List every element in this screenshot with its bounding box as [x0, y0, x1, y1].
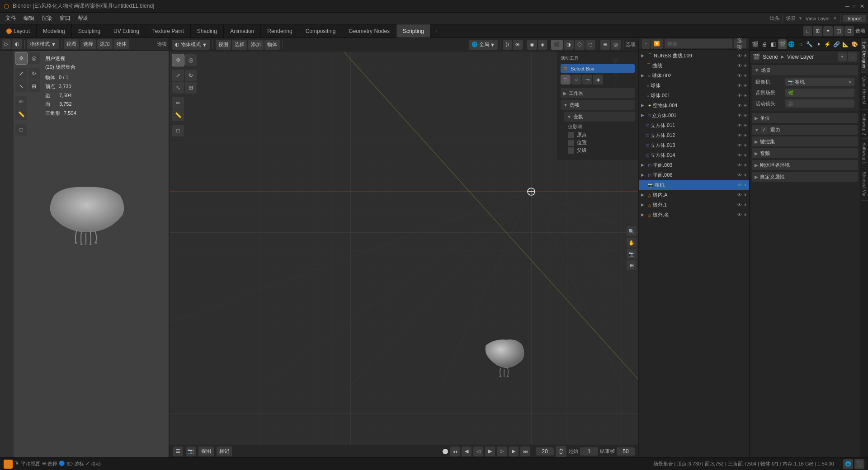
left-vp-add[interactable]: 添加: [97, 39, 113, 49]
menu-file[interactable]: 文件: [2, 14, 20, 23]
props-object-icon[interactable]: □: [796, 39, 805, 49]
props-output-icon[interactable]: 🖨: [760, 39, 769, 49]
left-vp-mode[interactable]: ◐: [12, 39, 22, 49]
scene-header-add[interactable]: +: [838, 52, 847, 61]
vp-toggle2[interactable]: 👁: [513, 40, 523, 50]
vp-snap[interactable]: ⊕: [600, 40, 610, 50]
maximize-button[interactable]: □: [853, 3, 856, 9]
vp-material[interactable]: ◑: [564, 40, 574, 50]
tab-geometry-nodes[interactable]: Geometry Nodes: [342, 24, 396, 38]
vp-overlay[interactable]: ◉: [527, 40, 537, 50]
vp-render[interactable]: ⬡: [575, 40, 585, 50]
tab-modeling[interactable]: Modeling: [37, 24, 72, 38]
transform-header[interactable]: ▼ 变换: [564, 112, 635, 122]
select-lasso-mode[interactable]: ⊸: [582, 75, 592, 85]
far-right-tab-eyedesigner[interactable]: Eye Designer: [861, 38, 868, 73]
vp-add-menu[interactable]: 添加: [248, 40, 264, 50]
outliner-item-seam-a[interactable]: ▶ △ 缝内.A 👁☀: [639, 190, 749, 200]
header-tool1[interactable]: □: [803, 26, 812, 36]
menu-render[interactable]: 渲染: [38, 14, 56, 23]
props-world-icon[interactable]: 🌐: [787, 39, 796, 49]
vp-object-menu[interactable]: 物体: [264, 40, 280, 50]
props-render-icon[interactable]: 🎬: [751, 39, 760, 49]
tl-markers[interactable]: 标记: [217, 446, 232, 456]
tl-prev-frame[interactable]: ◀: [462, 446, 472, 456]
header-tool3[interactable]: ✦: [823, 26, 833, 36]
props-material-icon[interactable]: 🎨: [850, 39, 859, 49]
left-tool-scale[interactable]: ⤡: [15, 80, 27, 92]
far-right-tab-softwrap1[interactable]: Softwrap 1: [861, 139, 868, 168]
vp-solid[interactable]: ⬛: [551, 40, 563, 50]
left-vp-select[interactable]: 选择: [80, 39, 96, 49]
select-box-mode[interactable]: □: [561, 75, 571, 85]
props-modifier-icon[interactable]: 🔧: [805, 39, 814, 49]
outliner-item-sphere001[interactable]: ○ 球体.001 👁☀: [639, 90, 749, 100]
props-constraints-icon[interactable]: 🔗: [832, 39, 841, 49]
tab-sculpting[interactable]: Sculpting: [72, 24, 107, 38]
location-checkbox[interactable]: [568, 140, 574, 146]
header-tool5[interactable]: ⊟: [844, 26, 854, 36]
gravity-header[interactable]: ▼ ✓ 重力: [752, 125, 858, 135]
outliner-item-plane003[interactable]: ▶ ◻ 平面.003 👁☀: [639, 160, 749, 170]
tl-next-keyframe[interactable]: ▷: [497, 446, 507, 456]
tl-camera[interactable]: 📷: [186, 446, 196, 456]
statusbar-blender-icon[interactable]: ⬡: [4, 460, 13, 469]
gravity-checkbox[interactable]: ✓: [761, 127, 767, 133]
header-tool4[interactable]: ◫: [834, 26, 844, 36]
tab-scripting[interactable]: Scripting: [396, 24, 431, 38]
vp-render2[interactable]: ◌: [585, 40, 595, 50]
tab-compositing[interactable]: Compositing: [299, 24, 343, 38]
units-header[interactable]: ▶ 单位: [752, 113, 858, 123]
left-vp-select-mode[interactable]: ▷: [2, 39, 11, 49]
import-button[interactable]: Import: [843, 15, 866, 22]
left-vp-object[interactable]: 物体: [114, 39, 129, 49]
tl-skip-start[interactable]: ⏮: [450, 446, 460, 456]
outliner-item-cube012[interactable]: □ 立方体.012 👁☀: [639, 130, 749, 140]
vp-global[interactable]: 🌐 全局 ▼: [469, 40, 498, 50]
menu-help[interactable]: 帮助: [74, 14, 92, 23]
view-layer-label[interactable]: View Layer: [787, 54, 814, 60]
outliner-item-cube001[interactable]: ▶ □ 立方体.001 👁☀: [639, 110, 749, 120]
tl-skip-end[interactable]: ⏭: [520, 446, 530, 456]
vp-select-menu[interactable]: 选择: [232, 40, 247, 50]
custom-props-header[interactable]: ▶ 自定义属性: [752, 172, 858, 182]
rigid-body-header[interactable]: ▶ 刚体世界环境: [752, 160, 858, 170]
tab-animation[interactable]: Animation: [224, 24, 261, 38]
outliner-item-seam-1[interactable]: ▶ △ 缝外.1 👁☀: [639, 200, 749, 210]
props-scene-icon[interactable]: 🎬: [778, 39, 787, 49]
scene-header-remove[interactable]: -: [848, 52, 857, 61]
outliner-item-nurbs[interactable]: ▶ ⌒ NURBS 曲线.009 👁☀: [639, 51, 749, 61]
audio-header[interactable]: ▶ 音频: [752, 148, 858, 158]
vp-grid[interactable]: ⊞: [627, 260, 637, 270]
keying-header[interactable]: ▶ 键控集: [752, 136, 858, 146]
vp-tool-transform[interactable]: ⊞: [185, 82, 197, 94]
left-tool-rotate[interactable]: ↻: [28, 68, 40, 80]
menu-window[interactable]: 窗口: [56, 14, 74, 23]
vp-tool-cursor[interactable]: ◎: [185, 54, 197, 66]
vp-xray[interactable]: ◈: [538, 40, 547, 50]
left-viewport[interactable]: ✥ ◎ ⤢ ↻ ⤡ ⊞ ✏ 📏 □ 用户透视: [14, 51, 169, 457]
vp-prop-edit[interactable]: ◎: [611, 40, 621, 50]
left-tool-annotate[interactable]: ✏: [15, 96, 27, 108]
far-right-tab-softwrap2[interactable]: Softwrap 2: [861, 110, 868, 139]
vp-mode-selector[interactable]: ◐ 物体模式 ▼: [172, 40, 210, 50]
vp-zoom[interactable]: 🔍: [627, 226, 637, 236]
scene-label[interactable]: Scene: [763, 54, 778, 60]
select-circle-mode[interactable]: ○: [571, 75, 581, 85]
vp-cam[interactable]: 📷: [627, 249, 637, 259]
tl-mode[interactable]: ☰: [173, 446, 183, 456]
minimize-button[interactable]: ─: [845, 3, 849, 9]
left-tool-cursor[interactable]: ◎: [28, 52, 40, 64]
scene-section-header[interactable]: ▼ 场景: [752, 65, 858, 75]
tl-metronome[interactable]: ⏱: [556, 446, 566, 457]
props-data-icon[interactable]: 📐: [841, 39, 850, 49]
vp-tool-select[interactable]: ✥: [172, 54, 184, 66]
far-right-tab-quadremesh[interactable]: Quad Remesh: [861, 73, 868, 109]
tab-texture-paint[interactable]: Texture Paint: [146, 24, 191, 38]
left-vp-view[interactable]: 视图: [64, 39, 79, 49]
header-tool2[interactable]: ⊞: [813, 26, 822, 36]
far-right-tab-shortcut[interactable]: Shortcut Vur: [861, 168, 868, 201]
tab-uv-editing[interactable]: UV Editing: [107, 24, 146, 38]
outliner-item-camera[interactable]: 📷 相机 👁☀: [639, 180, 749, 190]
vp-tool-move[interactable]: ⤢: [172, 70, 184, 81]
